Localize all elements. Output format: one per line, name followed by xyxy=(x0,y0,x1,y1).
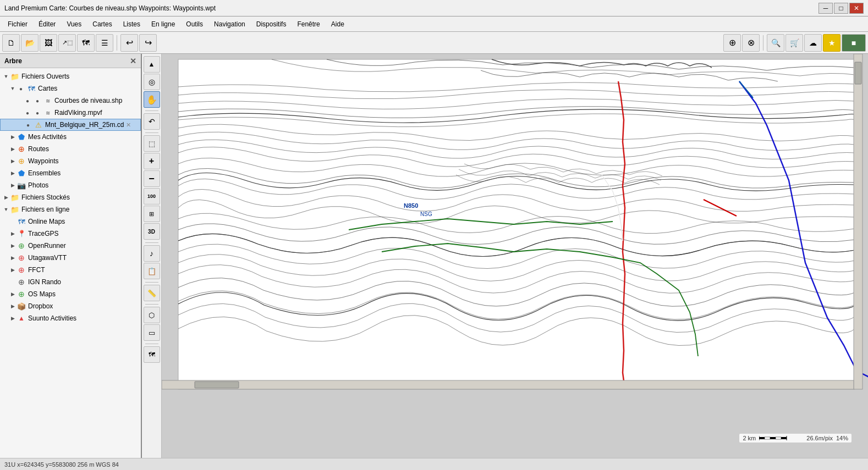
window-controls: ─ □ ✕ xyxy=(818,3,864,14)
redo-button[interactable]: ↪ xyxy=(139,34,157,52)
tree-raidviking[interactable]: ≋ RaidViking.mpvf xyxy=(0,107,141,119)
menu-fenetre[interactable]: Fenêtre xyxy=(292,18,325,30)
gps-track-button[interactable]: ⊗ xyxy=(742,34,760,52)
select-poly-button[interactable]: ⬡ xyxy=(144,307,160,323)
close-button[interactable]: ✕ xyxy=(849,3,864,14)
new-file-button[interactable]: 🗋 xyxy=(2,34,20,52)
courbes-visibility2[interactable] xyxy=(33,97,42,104)
suunto-label: Suunto Activities xyxy=(28,314,76,322)
select-rect-button[interactable]: ⬚ xyxy=(144,135,160,152)
tree-ign-rando[interactable]: ⊕ IGN Rando xyxy=(0,276,141,288)
menu-button[interactable]: ☰ xyxy=(96,34,113,52)
tree-openrunner[interactable]: ▶ ⊕ OpenRunner xyxy=(0,240,141,252)
svg-rect-8 xyxy=(770,437,776,439)
track-button[interactable]: ↗⬚ xyxy=(58,34,76,52)
zoom-out-button[interactable]: − xyxy=(144,170,160,187)
tree-ffct[interactable]: ▶ ⊕ FFCT xyxy=(0,264,141,276)
raidviking-visibility2[interactable] xyxy=(33,109,42,116)
star-button[interactable]: ★ xyxy=(823,34,840,52)
tree-mes-activites[interactable]: ▶ ⬟ Mes Activités xyxy=(0,131,141,143)
svg-rect-3 xyxy=(855,62,861,84)
tree-fichiers-enligne[interactable]: ▼ 📁 Fichiers en ligne xyxy=(0,203,141,215)
map-add-button[interactable]: 🗺 xyxy=(144,346,160,363)
expand-stockes-icon: ▶ xyxy=(2,195,10,200)
image-button[interactable]: 🖼 xyxy=(40,34,57,52)
search-button[interactable]: 🔍 xyxy=(767,34,784,52)
panel-close-button[interactable]: ✕ xyxy=(130,57,136,65)
tree-cartes[interactable]: ▼ 🗺 Cartes xyxy=(0,82,141,95)
expand-osmaps-icon: ▶ xyxy=(9,291,17,297)
menu-fichier[interactable]: Fichier xyxy=(2,18,33,30)
raidviking-visibility[interactable] xyxy=(23,109,32,116)
menu-navigation[interactable]: Navigation xyxy=(208,18,251,30)
menu-listes[interactable]: Listes xyxy=(118,18,146,30)
cloud-button[interactable]: ☁ xyxy=(804,34,822,52)
status-text: 31U x=624345 y=5583080 256 m WGS 84 xyxy=(4,461,119,468)
tree-photos[interactable]: ▶ 📷 Photos xyxy=(0,179,141,191)
open-file-button[interactable]: 📂 xyxy=(21,34,39,52)
vertical-toolbar: ▲ ◎ ✋ ↶ ⬚ + − 100 ⊞ 3D ♪ 📋 📏 ⬡ ▭ 🗺 xyxy=(142,54,162,458)
online-maps-label: Online Maps xyxy=(28,218,65,225)
scale-bar-graphic xyxy=(759,435,803,441)
ffct-icon: ⊕ xyxy=(17,265,26,275)
map-button[interactable]: 🗺 xyxy=(77,34,95,52)
back-nav-button[interactable]: ↶ xyxy=(144,113,160,130)
select-rect2-button[interactable]: ▭ xyxy=(144,324,160,341)
music-button[interactable]: ♪ xyxy=(144,245,160,262)
expand-ffct-icon: ▶ xyxy=(9,267,17,273)
expand-activites-icon: ▶ xyxy=(9,134,17,140)
minimize-button[interactable]: ─ xyxy=(818,3,833,14)
zoom-fit-button[interactable]: ⊞ xyxy=(144,206,160,222)
menu-enligne[interactable]: En ligne xyxy=(146,18,180,30)
map-container[interactable]: N850 NSG 2 km xyxy=(162,54,868,458)
tree-fichiers-stockes[interactable]: ▶ 📁 Fichiers Stockés xyxy=(0,191,141,203)
map-label-2: NSG xyxy=(420,211,432,217)
zoom-100-button[interactable]: 100 xyxy=(144,188,160,204)
tree-courbes[interactable]: ≋ Courbes de niveau.shp xyxy=(0,95,141,107)
tree-dropbox[interactable]: ▶ 📦 Dropbox xyxy=(0,300,141,312)
menu-aide[interactable]: Aide xyxy=(326,18,350,30)
tree-mnt-belgique[interactable]: ⚠ Mnt_Belgique_HR_25m.cd ✕ xyxy=(0,119,141,131)
fichiers-enligne-label: Fichiers en ligne xyxy=(21,206,69,213)
tree-ensembles[interactable]: ▶ ⬟ Ensembles xyxy=(0,167,141,179)
tree-waypoints[interactable]: ▶ ⊕ Waypoints xyxy=(0,155,141,167)
gps-north-button[interactable]: ▲ xyxy=(144,56,160,73)
menu-editer[interactable]: Éditer xyxy=(33,18,61,30)
lt-sep-5 xyxy=(145,304,158,305)
tree-tracegps[interactable]: ▶ 📍 TraceGPS xyxy=(0,228,141,240)
gps-target-button[interactable]: ◎ xyxy=(144,74,160,90)
zoom-in-button[interactable]: + xyxy=(144,153,160,169)
undo-button[interactable]: ↩ xyxy=(120,34,138,52)
routes-icon: ⊕ xyxy=(17,144,26,154)
file-tree: ▼ 📁 Fichiers Ouverts ▼ 🗺 Cartes ≋ Courbe… xyxy=(0,68,141,458)
tree-fichiers-ouverts[interactable]: ▼ 📁 Fichiers Ouverts xyxy=(0,70,141,82)
menu-vues[interactable]: Vues xyxy=(61,18,87,30)
notes-button[interactable]: 📋 xyxy=(144,263,160,279)
tree-suunto[interactable]: ▶ ▲ Suunto Activities xyxy=(0,312,141,324)
svg-rect-5 xyxy=(195,381,239,388)
gps-connect-button[interactable]: ⊕ xyxy=(723,34,741,52)
courbes-visibility[interactable] xyxy=(23,97,32,104)
map-canvas[interactable]: N850 NSG xyxy=(162,54,868,458)
map-green-button[interactable]: ■ xyxy=(842,34,866,52)
tree-os-maps[interactable]: ▶ ⊕ OS Maps xyxy=(0,288,141,300)
cart-button[interactable]: 🛒 xyxy=(785,34,803,52)
pan-button[interactable]: ✋ xyxy=(144,91,160,108)
zoom-3d-button[interactable]: 3D xyxy=(144,223,160,240)
svg-rect-7 xyxy=(765,437,770,439)
menu-dispositifs[interactable]: Dispositifs xyxy=(251,18,292,30)
menu-outils[interactable]: Outils xyxy=(180,18,208,30)
mnt-close-button[interactable]: ✕ xyxy=(126,121,131,129)
fichiers-stockes-label: Fichiers Stockés xyxy=(21,193,70,201)
tree-online-maps[interactable]: 🗺 Online Maps xyxy=(0,215,141,228)
ruler-button[interactable]: 📏 xyxy=(144,285,160,301)
maximize-button[interactable]: □ xyxy=(834,3,848,14)
menu-cartes[interactable]: Cartes xyxy=(87,18,117,30)
tree-utagawavtt[interactable]: ▶ ⊕ UtagawaVTT xyxy=(0,252,141,264)
waypoints-icon: ⊕ xyxy=(17,156,26,166)
cartes-icon: 🗺 xyxy=(26,84,36,93)
enligne-folder-icon: 📁 xyxy=(10,204,20,214)
cartes-visibility[interactable] xyxy=(17,85,25,92)
mnt-visibility[interactable] xyxy=(24,121,32,128)
tree-routes[interactable]: ▶ ⊕ Routes xyxy=(0,143,141,155)
